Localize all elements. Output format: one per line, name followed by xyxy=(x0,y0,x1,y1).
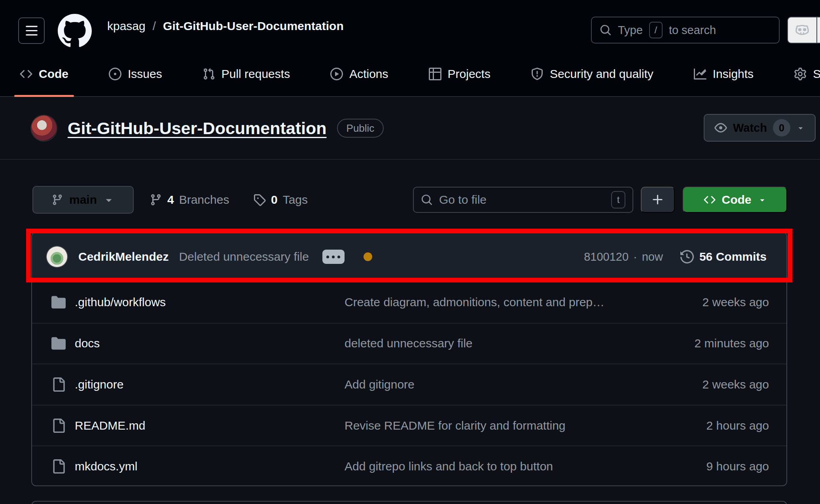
tab-label: Security and quality xyxy=(550,67,653,81)
slash-key-hint: / xyxy=(649,22,663,38)
commit-ellipsis-button[interactable] xyxy=(322,250,345,264)
graph-icon xyxy=(694,68,706,80)
github-repo-page: kpasag / Git-GitHub-User-Documentation T… xyxy=(0,0,820,504)
tab-code[interactable]: Code xyxy=(12,52,76,96)
git-branch-icon xyxy=(150,193,162,206)
gear-icon xyxy=(794,68,807,80)
header-divider xyxy=(0,159,820,160)
commit-author-avatar[interactable] xyxy=(47,246,67,267)
file-commit-message[interactable]: Revise README for clarity and formatting xyxy=(345,419,566,432)
table-row[interactable]: .github/workflows Create diagram, admoni… xyxy=(32,282,786,323)
table-row[interactable]: README.md Revise README for clarity and … xyxy=(32,405,786,446)
eye-icon xyxy=(714,121,727,134)
tags-link[interactable]: 0 Tags xyxy=(253,186,308,214)
breadcrumb-owner[interactable]: kpasag xyxy=(107,19,146,33)
file-name-link[interactable]: .gitignore xyxy=(75,378,123,391)
file-icon xyxy=(51,459,66,474)
file-table: CedrikMelendez Deleted unnecessary file … xyxy=(31,232,787,486)
repo-header: Git-GitHub-User-Documentation Public Wat… xyxy=(0,97,820,160)
visibility-badge: Public xyxy=(337,119,384,138)
hamburger-menu-button[interactable] xyxy=(18,17,45,44)
tab-settings[interactable]: Settings xyxy=(786,52,820,96)
tab-label: Projects xyxy=(448,67,490,81)
tab-label: Code xyxy=(39,67,68,81)
tab-insights[interactable]: Insights xyxy=(686,52,761,96)
tag-icon xyxy=(253,193,266,206)
file-commit-date: 2 hours ago xyxy=(706,419,769,432)
tab-projects[interactable]: Projects xyxy=(421,52,498,96)
triangle-down-icon xyxy=(103,194,115,206)
folder-icon xyxy=(51,336,66,351)
hamburger-icon xyxy=(25,24,38,38)
file-name-link[interactable]: .github/workflows xyxy=(75,296,166,309)
copilot-button[interactable] xyxy=(787,17,820,44)
commits-count-label: 56 Commits xyxy=(699,250,767,263)
watch-button[interactable]: Watch 0 xyxy=(704,114,816,142)
tab-issues[interactable]: Issues xyxy=(101,52,170,96)
table-row[interactable]: mkdocs.yml Add gitrepo links and back to… xyxy=(32,445,786,486)
watch-count-badge: 0 xyxy=(773,119,790,136)
github-logo[interactable] xyxy=(58,14,92,48)
tab-security-and-quality[interactable]: Security and quality xyxy=(523,52,661,96)
file-name-link[interactable]: README.md xyxy=(75,419,145,432)
app-header: kpasag / Git-GitHub-User-Documentation T… xyxy=(0,0,820,52)
file-commit-date: 9 hours ago xyxy=(706,460,769,473)
file-name-link[interactable]: docs xyxy=(75,337,100,350)
copilot-button-divider xyxy=(816,17,817,43)
file-commit-date: 2 weeks ago xyxy=(703,378,769,391)
commit-meta-group: 8100120 · now 56 Commits xyxy=(584,250,767,263)
triangle-down-icon xyxy=(758,195,767,204)
tab-actions[interactable]: Actions xyxy=(322,52,396,96)
repo-owner-avatar[interactable] xyxy=(31,116,57,141)
file-name-link[interactable]: mkdocs.yml xyxy=(75,460,137,473)
table-row[interactable]: docs deleted unnecessary file 2 minutes … xyxy=(32,323,786,364)
global-search-input[interactable]: Type / to search xyxy=(591,17,780,44)
file-icon xyxy=(51,377,66,392)
repo-tab-nav: Code Issues Pull requests Actions Projec… xyxy=(0,52,820,97)
repo-title-link[interactable]: Git-GitHub-User-Documentation xyxy=(68,119,327,138)
commit-status-dot[interactable] xyxy=(364,252,372,261)
copilot-icon xyxy=(795,23,810,38)
commit-sha-time[interactable]: 8100120 · now xyxy=(584,250,663,263)
code-icon xyxy=(704,194,716,206)
tab-label: Insights xyxy=(713,67,754,81)
git-pull-request-icon xyxy=(203,68,215,80)
add-file-button[interactable] xyxy=(641,187,675,213)
go-to-file-input[interactable]: Go to file t xyxy=(413,187,633,213)
file-commit-message[interactable]: Create diagram, admonitions, content and… xyxy=(345,296,604,309)
branches-count: 4 xyxy=(167,193,174,207)
file-icon xyxy=(51,419,66,433)
search-placeholder-prefix: Type xyxy=(618,24,643,37)
file-commit-date: 2 minutes ago xyxy=(695,337,769,350)
code-button-label: Code xyxy=(722,193,752,207)
table-row[interactable]: .gitignore Add gitignore 2 weeks ago xyxy=(32,364,786,405)
history-clock-icon xyxy=(680,250,694,263)
file-commit-message[interactable]: deleted unnecessary file xyxy=(345,337,473,350)
code-icon xyxy=(20,68,32,80)
commit-time: now xyxy=(642,250,663,263)
commit-history-link[interactable]: 56 Commits xyxy=(680,250,767,263)
issue-opened-icon xyxy=(109,68,121,80)
commit-author[interactable]: CedrikMelendez xyxy=(78,250,169,263)
readme-section-top xyxy=(31,501,787,504)
tab-label: Actions xyxy=(349,67,388,81)
breadcrumb-repo[interactable]: Git-GitHub-User-Documentation xyxy=(163,19,344,33)
search-icon xyxy=(421,194,433,206)
current-branch-label: main xyxy=(69,193,97,207)
code-dropdown-button[interactable]: Code xyxy=(683,187,787,213)
repo-toolbar: main 4 Branches 0 Tags Go to file t Code xyxy=(0,186,820,214)
tab-label: Issues xyxy=(128,67,162,81)
commit-sha[interactable]: 8100120 xyxy=(584,250,629,263)
git-branch-icon xyxy=(51,194,63,206)
file-commit-date: 2 weeks ago xyxy=(703,296,769,309)
branches-link[interactable]: 4 Branches xyxy=(150,186,229,214)
latest-commit-bar: CedrikMelendez Deleted unnecessary file … xyxy=(32,233,786,282)
watch-label: Watch xyxy=(733,121,767,135)
commit-message[interactable]: Deleted unnecessary file xyxy=(179,250,309,263)
file-commit-message[interactable]: Add gitignore xyxy=(345,378,415,391)
branch-selector-button[interactable]: main xyxy=(32,186,134,214)
tags-label: Tags xyxy=(283,193,308,207)
search-icon xyxy=(600,24,612,36)
file-commit-message[interactable]: Add gitrepo links and back to top button xyxy=(345,460,553,473)
tab-pull-requests[interactable]: Pull requests xyxy=(195,52,298,96)
